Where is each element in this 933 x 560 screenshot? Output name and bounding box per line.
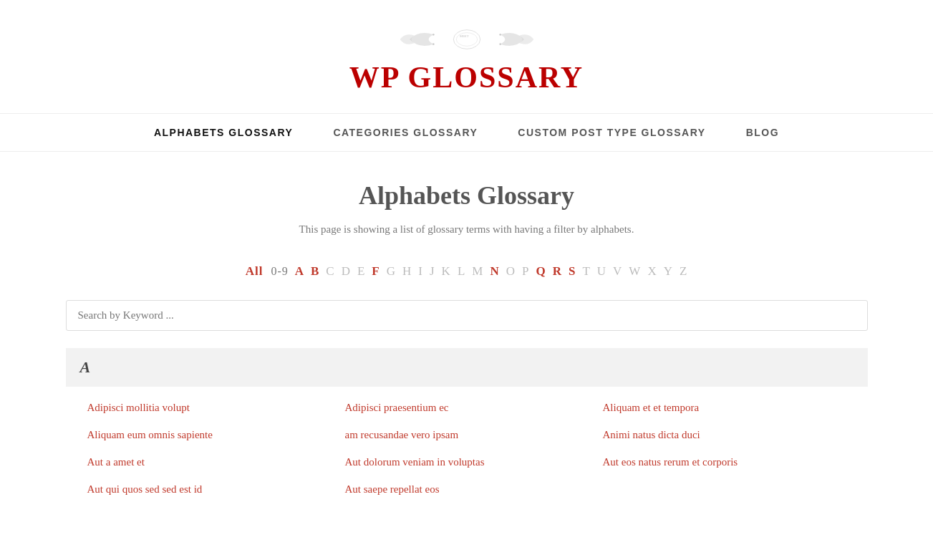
- glossary-link[interactable]: Aut qui quos sed sed est id: [87, 483, 203, 495]
- glossary-link[interactable]: Aut a amet et: [87, 456, 145, 468]
- page-description: This page is showing a list of glossary …: [66, 223, 868, 236]
- filter-letter-Z[interactable]: Z: [680, 264, 687, 278]
- filter-letter-R[interactable]: R: [553, 264, 562, 278]
- filter-letter-N[interactable]: N: [490, 264, 499, 278]
- section-letter-A: A: [80, 358, 91, 376]
- glossary-link[interactable]: Aliquam et et tempora: [603, 402, 700, 413]
- list-item: Aut dolorum veniam in voluptas: [338, 448, 596, 475]
- filter-letter-F[interactable]: F: [372, 264, 380, 278]
- nav-link-alphabets[interactable]: ALPHABETS GLOSSARY: [134, 114, 314, 151]
- svg-point-5: [499, 43, 501, 45]
- list-item: Aut qui quos sed sed est id: [80, 475, 338, 503]
- list-item: Adipisci praesentium ec: [338, 394, 596, 421]
- nav-link-blog[interactable]: BLOG: [726, 114, 799, 151]
- filter-letter-A[interactable]: A: [295, 264, 304, 278]
- nav-item-custom-post[interactable]: CUSTOM POST TYPE GLOSSARY: [498, 114, 725, 151]
- glossary-link[interactable]: Adipisci mollitia volupt: [87, 402, 190, 413]
- filter-letter-D[interactable]: D: [342, 264, 351, 278]
- filter-letter-X[interactable]: X: [647, 264, 657, 278]
- glossary-link[interactable]: Aut saepe repellat eos: [345, 483, 440, 495]
- main-content: Alphabets Glossary This page is showing …: [52, 152, 882, 539]
- filter-letter-V[interactable]: V: [613, 264, 622, 278]
- glossary-link[interactable]: Aliquam eum omnis sapiente: [87, 429, 213, 440]
- filter-letter-J[interactable]: J: [430, 264, 435, 278]
- filter-letter-G[interactable]: G: [387, 264, 396, 278]
- site-navigation: ALPHABETS GLOSSARY CATEGORIES GLOSSARY C…: [0, 113, 933, 152]
- glossary-link[interactable]: Animi natus dicta duci: [603, 429, 700, 440]
- filter-letter-C[interactable]: C: [326, 264, 334, 278]
- section-header-A: A: [66, 348, 868, 387]
- filter-letter-I[interactable]: I: [418, 264, 423, 278]
- site-logo-title: WP GLOSSARY: [349, 61, 584, 94]
- nav-item-categories[interactable]: CATEGORIES GLOSSARY: [313, 114, 498, 151]
- filter-letter-B[interactable]: B: [311, 264, 319, 278]
- list-item: Aut eos natus rerum et corporis: [596, 448, 854, 475]
- alphabet-filter: All 0-9 A B C D E F G H I J K L M N O P …: [66, 264, 868, 279]
- nav-item-alphabets[interactable]: ALPHABETS GLOSSARY: [134, 114, 314, 151]
- glossary-grid-A: Adipisci mollitia volupt Adipisci praese…: [66, 387, 868, 510]
- list-item: Aut saepe repellat eos: [338, 475, 596, 503]
- filter-letter-O[interactable]: O: [506, 264, 516, 278]
- filter-letter-T[interactable]: T: [582, 264, 590, 278]
- list-item: Adipisci mollitia volupt: [80, 394, 338, 421]
- glossary-link[interactable]: Aut dolorum veniam in voluptas: [345, 456, 485, 468]
- filter-letter-M[interactable]: M: [472, 264, 483, 278]
- filter-letter-H[interactable]: H: [402, 264, 412, 278]
- glossary-link[interactable]: am recusandae vero ipsam: [345, 429, 459, 440]
- list-item: Aliquam et et tempora: [596, 394, 854, 421]
- nav-link-categories[interactable]: CATEGORIES GLOSSARY: [313, 114, 498, 151]
- page-title: Alphabets Glossary: [66, 180, 868, 211]
- list-item: am recusandae vero ipsam: [338, 421, 596, 448]
- glossary-link[interactable]: Aut eos natus rerum et corporis: [603, 456, 738, 468]
- list-item: [596, 475, 854, 503]
- filter-letter-W[interactable]: W: [629, 264, 641, 278]
- list-item: Aut a amet et: [80, 448, 338, 475]
- nav-link-custom-post[interactable]: CUSTOM POST TYPE GLOSSARY: [498, 114, 725, 151]
- filter-all[interactable]: All: [246, 264, 264, 278]
- filter-letter-Y[interactable]: Y: [664, 264, 673, 278]
- logo-ornament: MEET: [395, 21, 538, 57]
- site-header: MEET WP GLOSSARY: [0, 0, 933, 102]
- filter-sep-num: 0-9: [271, 265, 288, 277]
- filter-letter-P[interactable]: P: [522, 264, 529, 278]
- svg-text:MEET: MEET: [460, 34, 469, 38]
- filter-letter-L[interactable]: L: [458, 264, 465, 278]
- filter-letter-K[interactable]: K: [442, 264, 451, 278]
- filter-letter-U[interactable]: U: [597, 264, 606, 278]
- search-input[interactable]: [66, 300, 868, 331]
- filter-letter-Q[interactable]: Q: [536, 264, 546, 278]
- filter-letter-S[interactable]: S: [569, 264, 576, 278]
- list-item: Animi natus dicta duci: [596, 421, 854, 448]
- filter-letter-E[interactable]: E: [357, 264, 365, 278]
- nav-item-blog[interactable]: BLOG: [726, 114, 799, 151]
- list-item: Aliquam eum omnis sapiente: [80, 421, 338, 448]
- svg-point-4: [499, 34, 501, 36]
- svg-point-0: [432, 34, 435, 36]
- glossary-link[interactable]: Adipisci praesentium ec: [345, 402, 449, 413]
- svg-point-1: [432, 43, 435, 45]
